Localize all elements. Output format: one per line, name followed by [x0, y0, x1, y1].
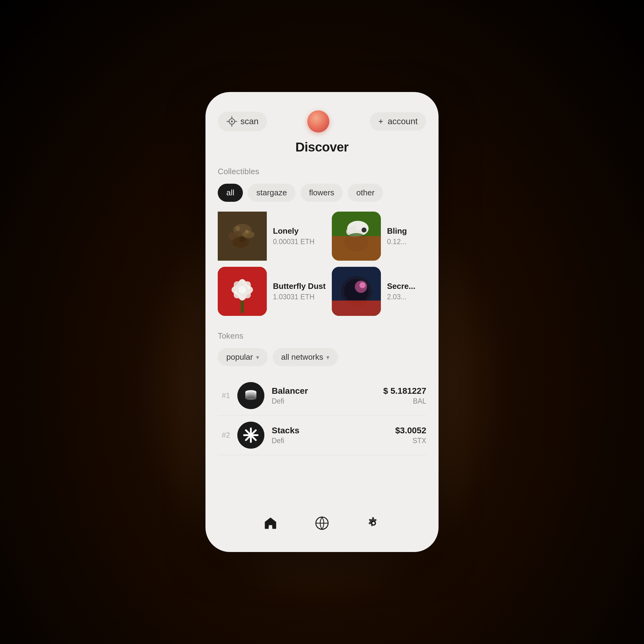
collectible-lonely[interactable]: Lonely 0.00031 ETH	[218, 212, 326, 261]
stacks-name: Stacks	[272, 426, 388, 435]
balancer-symbol: BAL	[383, 397, 426, 405]
collectible-butterfly-price: 1.03031 ETH	[273, 293, 326, 301]
collectible-secret-price: 2.03...	[387, 293, 426, 301]
collectible-secret[interactable]: Secre... 2.03...	[332, 267, 426, 316]
top-bar: scan + account	[218, 110, 426, 132]
collectible-bling-price: 0.12...	[387, 238, 426, 246]
all-networks-filter-label: all networks	[281, 352, 323, 362]
chip-flowers[interactable]: flowers	[301, 184, 343, 202]
svg-point-18	[362, 228, 366, 232]
tokens-section: Tokens popular ▾ all networks ▾ #1	[218, 331, 426, 494]
page-title: Discover	[218, 140, 426, 155]
stacks-price-area: $3.0052 STX	[395, 426, 426, 445]
svg-point-1	[231, 121, 233, 122]
stacks-logo	[237, 422, 264, 449]
balancer-info: Balancer Defi	[272, 386, 376, 405]
chip-stargaze[interactable]: stargaze	[248, 184, 296, 202]
collectible-butterfly-name: Butterfly Dust	[273, 282, 326, 291]
collectible-butterfly-info: Butterfly Dust 1.03031 ETH	[273, 282, 326, 301]
popular-chevron-icon: ▾	[256, 354, 259, 361]
account-button[interactable]: + account	[370, 112, 426, 131]
stacks-rank: #2	[218, 431, 230, 439]
collectible-bling[interactable]: Bling 0.12...	[332, 212, 426, 261]
collectible-bling-image	[332, 212, 381, 261]
collectibles-grid: Lonely 0.00031 ETH Bling 0.12...	[218, 212, 426, 316]
svg-point-13	[239, 236, 245, 242]
svg-point-34	[359, 282, 366, 288]
bottom-nav	[218, 500, 426, 534]
popular-filter-label: popular	[226, 352, 253, 362]
phone-container: scan + account Discover Collectibles all…	[205, 92, 439, 552]
stacks-price: $3.0052	[395, 426, 426, 435]
svg-rect-28	[241, 301, 244, 313]
account-label: account	[388, 117, 418, 126]
svg-point-45	[245, 396, 256, 400]
nav-settings[interactable]	[363, 513, 384, 534]
balancer-category: Defi	[272, 397, 376, 405]
scan-label: scan	[240, 117, 259, 126]
collectible-lonely-info: Lonely 0.00031 ETH	[273, 226, 326, 246]
chip-all[interactable]: all	[218, 184, 243, 202]
tokens-filter: popular ▾ all networks ▾	[218, 348, 426, 366]
nav-discover[interactable]	[312, 513, 332, 534]
svg-point-27	[239, 286, 246, 293]
balancer-logo	[237, 382, 264, 409]
token-row-stacks[interactable]: #2 Stacks Defi $3.0052 STX	[218, 416, 426, 455]
stacks-symbol: STX	[395, 437, 426, 445]
collectible-lonely-name: Lonely	[273, 226, 326, 236]
stacks-info: Stacks Defi	[272, 426, 388, 445]
balancer-price-area: $ 5.181227 BAL	[383, 386, 426, 405]
stacks-category: Defi	[272, 437, 388, 445]
collectible-butterfly-image	[218, 267, 267, 316]
collectible-butterfly-dust[interactable]: Butterfly Dust 1.03031 ETH	[218, 267, 326, 316]
balancer-price: $ 5.181227	[383, 386, 426, 396]
collectible-secret-info: Secre... 2.03...	[387, 282, 426, 301]
collectibles-filter-chips: all stargaze flowers other	[218, 184, 426, 202]
collectible-secret-image	[332, 267, 381, 316]
collectible-bling-name: Bling	[387, 226, 426, 236]
svg-rect-20	[332, 236, 381, 261]
collectible-lonely-price: 0.00031 ETH	[273, 238, 326, 246]
svg-point-55	[372, 522, 375, 524]
collectible-bling-info: Bling 0.12...	[387, 226, 426, 246]
nav-home[interactable]	[260, 513, 281, 534]
plus-icon: +	[378, 117, 383, 126]
svg-point-12	[245, 230, 249, 233]
token-row-balancer[interactable]: #1 Balancer Defi	[218, 376, 426, 416]
scan-icon	[226, 116, 237, 127]
tokens-section-title: Tokens	[218, 331, 426, 341]
avatar[interactable]	[307, 110, 329, 132]
collectible-lonely-image	[218, 212, 267, 261]
networks-chevron-icon: ▾	[326, 354, 329, 361]
collectible-secret-name: Secre...	[387, 282, 426, 291]
all-networks-filter-button[interactable]: all networks ▾	[273, 348, 338, 366]
svg-rect-35	[332, 301, 381, 316]
svg-point-11	[235, 226, 240, 231]
collectibles-section-title: Collectibles	[218, 167, 426, 176]
popular-filter-button[interactable]: popular ▾	[218, 348, 268, 366]
chip-other[interactable]: other	[348, 184, 383, 202]
balancer-name: Balancer	[272, 386, 376, 396]
scan-button[interactable]: scan	[218, 112, 267, 131]
balancer-rank: #1	[218, 391, 230, 400]
